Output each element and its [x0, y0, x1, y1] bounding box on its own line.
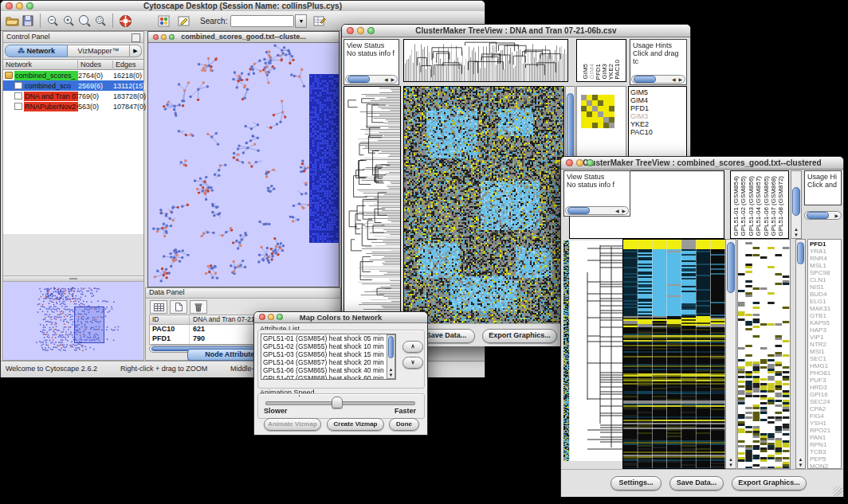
gene-label: GTB1: [808, 312, 841, 319]
search-dropdown-button[interactable]: ▼: [295, 14, 307, 28]
scroll-arrows[interactable]: ◀ ▶: [672, 76, 685, 84]
treeview2-titlebar[interactable]: ClusterMaker TreeView : combined_scores_…: [561, 157, 843, 170]
tab-vizmapper[interactable]: VizMapper™: [68, 45, 130, 57]
frame-close-button[interactable]: [153, 34, 159, 40]
control-panel-title: Control Panel: [6, 33, 50, 41]
attribute-item[interactable]: GPL51-03 (GSM856) heat shock 15 min: [261, 350, 395, 358]
close-button[interactable]: [259, 314, 265, 320]
minimize-button[interactable]: [268, 314, 274, 320]
close-button[interactable]: [566, 159, 573, 166]
column-label: PAC10: [614, 60, 621, 80]
treeview1-titlebar[interactable]: ClusterMaker TreeView : DNA and Tran 07-…: [342, 25, 690, 37]
tab-overflow-button[interactable]: ▶: [130, 45, 142, 57]
help-lifebuoy-icon[interactable]: [117, 14, 133, 29]
zoom-selected-icon[interactable]: [92, 14, 108, 29]
attribute-item[interactable]: GPL51-02 (GSM855) heat shock 10 min: [261, 342, 395, 350]
done-button[interactable]: Done: [389, 418, 419, 431]
zoom-fit-icon[interactable]: [77, 14, 92, 29]
tv2-genes-vscrollbar[interactable]: ▲▼: [795, 239, 806, 469]
animate-vizmap-button[interactable]: Animate Vizmap: [264, 418, 321, 431]
table-edit-icon[interactable]: [312, 14, 328, 29]
scroll-arrows[interactable]: ◀ ▶: [384, 76, 397, 84]
scroll-arrows[interactable]: ▲▼: [726, 457, 736, 468]
network-row[interactable]: combined_sco 2569(6) 13112(15): [3, 80, 143, 91]
tv2-heatmap[interactable]: [622, 239, 726, 469]
gene-label: NTR2: [808, 341, 841, 348]
open-session-icon[interactable]: [4, 14, 20, 29]
tab-network[interactable]: ⁂ Network: [5, 45, 68, 57]
tv2-hints-scrollbar[interactable]: ▶: [804, 211, 842, 220]
overview-viewport-rect[interactable]: [74, 307, 104, 343]
minimize-button[interactable]: [357, 27, 364, 34]
attribute-item[interactable]: GPL51-07 (GSM868) heat shock 60 min: [261, 374, 395, 380]
speed-slider-thumb[interactable]: [332, 397, 343, 408]
zoom-button[interactable]: [26, 2, 33, 10]
zoom-button[interactable]: [587, 159, 594, 166]
gene-label: MSI1: [808, 348, 841, 355]
tv2-heatmap-vscrollbar[interactable]: ▲▼: [725, 239, 736, 469]
new-attribute-icon[interactable]: [170, 300, 187, 314]
close-button[interactable]: [6, 2, 13, 10]
tv1-mini-matrix[interactable]: [581, 95, 614, 128]
tv1-hints-scrollbar[interactable]: ◀ ▶: [631, 75, 685, 84]
gene-label: PUF3: [808, 377, 841, 384]
network-canvas[interactable]: [148, 42, 339, 287]
col-id[interactable]: ID: [150, 315, 190, 324]
float-panel-icon[interactable]: [132, 33, 140, 42]
minimize-button[interactable]: [16, 2, 23, 10]
network-edges: 13112(15): [113, 82, 145, 90]
overview-canvas[interactable]: [4, 282, 143, 360]
attribute-select-icon[interactable]: [150, 300, 167, 314]
scroll-arrows[interactable]: ▲▼: [791, 227, 801, 238]
tv1-row-dendrogram[interactable]: [344, 86, 401, 325]
zoom-button[interactable]: [367, 27, 375, 34]
panel-divider[interactable]: [3, 275, 143, 282]
tv2-zoom-view[interactable]: [737, 239, 791, 469]
scroll-arrows[interactable]: ▲▼: [796, 457, 805, 468]
frame-zoom-button[interactable]: [169, 34, 175, 40]
main-titlebar[interactable]: Cytoscape Desktop (Session Name: collins…: [1, 1, 485, 12]
tv2-global-strip[interactable]: [563, 240, 569, 461]
attribute-item[interactable]: GPL51-04 (GSM857) heat shock 20 min: [261, 358, 395, 366]
settings-button[interactable]: Settings...: [610, 476, 662, 490]
search-input[interactable]: [230, 15, 294, 27]
save-data-button[interactable]: Save Data...: [669, 476, 724, 490]
network-name: combined_sco: [24, 81, 78, 91]
attribute-item[interactable]: GPL51-01 (GSM854) heat shock 05 min: [261, 334, 395, 342]
network-row[interactable]: DNA and Tran 07 769(0) 183728(0): [3, 91, 143, 101]
tv2-labels-vscrollbar[interactable]: ▲▼: [791, 170, 802, 239]
delete-attribute-icon[interactable]: [190, 300, 207, 314]
export-graphics-button[interactable]: Export Graphics...: [732, 476, 807, 490]
export-graphics-button[interactable]: Export Graphics...: [482, 329, 557, 343]
tv2-row-dendrogram[interactable]: [570, 240, 622, 461]
scroll-arrows[interactable]: ▶: [834, 213, 841, 218]
tv1-heatmap[interactable]: [403, 86, 564, 325]
tv1-column-dendrogram[interactable]: [403, 39, 568, 82]
dialog-titlebar[interactable]: Map Colors to Network: [254, 312, 427, 323]
gene-label: CLN1: [808, 276, 841, 283]
network-nodes: 563(0): [78, 103, 113, 111]
scroll-arrows[interactable]: ◀ ▶: [615, 207, 628, 215]
attribute-item[interactable]: GPL51-06 (GSM865) heat shock 40 min: [261, 366, 395, 374]
resize-grip[interactable]: [833, 486, 842, 496]
vizmap-icon[interactable]: [155, 14, 171, 29]
minimize-button[interactable]: [576, 159, 583, 166]
move-down-button[interactable]: ∨: [402, 357, 423, 369]
zoom-button[interactable]: [277, 314, 283, 320]
scroll-arrows[interactable]: ▲▼: [387, 367, 395, 378]
network-edges: 16218(0): [113, 72, 143, 80]
zoom-in-icon[interactable]: [61, 14, 77, 29]
close-button[interactable]: [347, 27, 354, 34]
frame-minimize-button[interactable]: [161, 34, 167, 40]
network-row[interactable]: combined_scores_ 2764(0) 16218(0): [3, 70, 143, 80]
move-up-button[interactable]: ∧: [402, 341, 423, 353]
annotation-icon[interactable]: [176, 14, 192, 29]
network-row[interactable]: RNAPuberNov2+ 563(0) 107847(0): [3, 101, 143, 111]
attribute-list-vscrollbar[interactable]: ▲▼: [387, 334, 395, 379]
tv2-status-scrollbar[interactable]: ◀ ▶: [565, 206, 629, 215]
create-vizmap-button[interactable]: Create Vizmap: [327, 418, 384, 431]
zoom-out-icon[interactable]: [45, 14, 61, 29]
save-session-icon[interactable]: [20, 14, 36, 29]
birds-eye-view[interactable]: [4, 282, 143, 360]
tv1-status-scrollbar[interactable]: ◀ ▶: [345, 75, 398, 84]
